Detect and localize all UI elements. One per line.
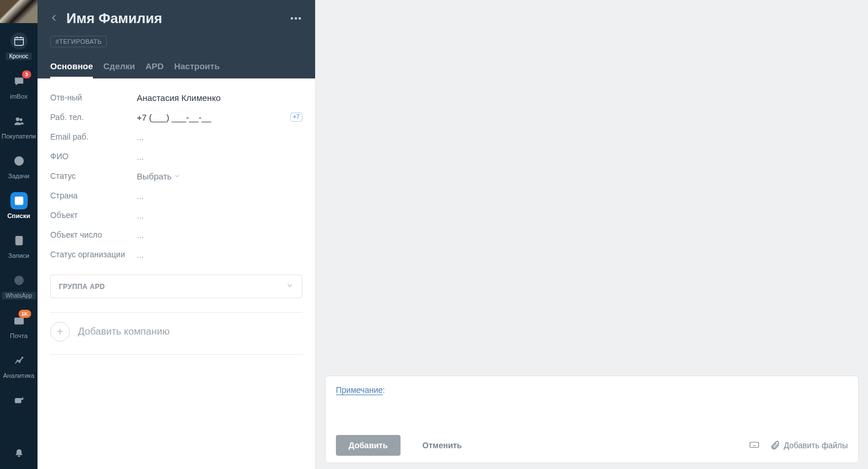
more-menu-button[interactable]: ••• bbox=[290, 14, 302, 23]
field-country: Страна ... bbox=[50, 186, 302, 205]
nav-imbox[interactable]: 3 imBox bbox=[0, 63, 38, 103]
field-value[interactable]: ... bbox=[137, 250, 302, 260]
nav-label: Кронос bbox=[6, 52, 32, 60]
svg-point-1 bbox=[16, 118, 19, 121]
nav-label: Аналитика bbox=[3, 372, 34, 379]
detail-header: Имя Фамилия ••• #ТЕГИРОВАТЬ Основное Сде… bbox=[38, 0, 315, 78]
field-label: Статус организации bbox=[50, 250, 137, 259]
nav-mail[interactable]: 1K Почта bbox=[0, 303, 38, 343]
field-fio: ФИО ... bbox=[50, 147, 302, 166]
nav-records[interactable]: Записи bbox=[0, 223, 38, 262]
check-icon bbox=[10, 152, 28, 170]
contact-title[interactable]: Имя Фамилия bbox=[66, 10, 282, 27]
note-footer: Добавить Отменить Добавить файлы bbox=[336, 435, 848, 456]
nav-kronos[interactable]: Кронос bbox=[0, 23, 38, 63]
retarget-icon bbox=[10, 392, 28, 409]
users-icon bbox=[10, 112, 28, 130]
field-value[interactable]: Анастасия Клименко bbox=[137, 93, 302, 103]
nav-label: imBox bbox=[10, 93, 28, 100]
main-area: Примечание: Добавить Отменить Добавить ф… bbox=[316, 0, 868, 469]
attach-label: Добавить файлы bbox=[784, 441, 848, 450]
nav-tasks[interactable]: Задачи bbox=[0, 143, 38, 183]
workspace-avatar[interactable] bbox=[0, 0, 38, 23]
field-label: Статус bbox=[50, 171, 137, 181]
field-org-status: Статус организации ... bbox=[50, 245, 302, 264]
nav-label: Задачи bbox=[8, 172, 29, 179]
paperclip-icon bbox=[770, 440, 780, 451]
keyboard-icon[interactable] bbox=[749, 440, 760, 452]
status-select[interactable]: Выбрать bbox=[137, 171, 181, 181]
nav-rail: Кронос 3 imBox Покупатели Задачи Списки … bbox=[0, 0, 38, 469]
field-value[interactable]: ... bbox=[137, 230, 302, 240]
field-label: Объект число bbox=[50, 230, 137, 239]
nav-label: Покупатели bbox=[2, 133, 36, 140]
field-label: Объект bbox=[50, 211, 137, 220]
group-label: ГРУППА APD bbox=[59, 283, 105, 291]
badge: 1K bbox=[18, 310, 31, 318]
svg-rect-11 bbox=[15, 399, 21, 403]
svg-point-9 bbox=[18, 361, 20, 363]
nav-whatsapp[interactable]: WhatsApp bbox=[0, 262, 38, 303]
add-tag-button[interactable]: #ТЕГИРОВАТЬ bbox=[50, 36, 107, 47]
note-textarea[interactable] bbox=[336, 395, 848, 435]
field-value[interactable]: ... bbox=[137, 211, 302, 220]
field-value[interactable]: ... bbox=[137, 152, 302, 162]
list-icon bbox=[10, 192, 28, 209]
tab-apd[interactable]: APD bbox=[145, 58, 164, 78]
whatsapp-icon bbox=[10, 272, 28, 289]
note-type-link[interactable]: Примечание bbox=[336, 385, 383, 395]
field-work-phone: Раб. тел. +7 (___) ___-__-__ +7 bbox=[50, 107, 302, 127]
svg-point-2 bbox=[20, 119, 22, 121]
svg-rect-0 bbox=[14, 37, 23, 45]
back-button[interactable] bbox=[50, 12, 58, 26]
svg-point-8 bbox=[17, 360, 18, 362]
add-company-button[interactable]: + Добавить компанию bbox=[50, 312, 302, 355]
tab-main[interactable]: Основное bbox=[50, 58, 93, 78]
group-apd-toggle[interactable]: ГРУППА APD bbox=[50, 275, 302, 298]
chevron-down-icon bbox=[286, 282, 294, 291]
bell-icon bbox=[10, 444, 28, 461]
nav-buyers[interactable]: Покупатели bbox=[0, 103, 38, 143]
tab-deals[interactable]: Сделки bbox=[103, 58, 135, 78]
nav-label: WhatsApp bbox=[2, 292, 35, 299]
field-label: Отв-ный bbox=[50, 93, 137, 102]
field-object-num: Объект число ... bbox=[50, 225, 302, 245]
calendar-icon bbox=[10, 32, 28, 50]
note-composer: Примечание: Добавить Отменить Добавить ф… bbox=[325, 376, 859, 463]
fields-list: Отв-ный Анастасия Клименко Раб. тел. +7 … bbox=[38, 78, 315, 269]
nav-analytics[interactable]: Аналитика bbox=[0, 343, 38, 382]
nav-label: Почта bbox=[10, 332, 28, 339]
nav-retarget[interactable] bbox=[0, 382, 38, 412]
nav-lists[interactable]: Списки bbox=[0, 183, 38, 223]
timeline-empty bbox=[325, 7, 859, 376]
add-company-label: Добавить компанию bbox=[78, 326, 170, 337]
phone-prefix-badge[interactable]: +7 bbox=[290, 112, 302, 122]
note-cancel-button[interactable]: Отменить bbox=[410, 435, 474, 456]
badge: 3 bbox=[22, 70, 31, 78]
nav-notifications[interactable] bbox=[0, 434, 38, 469]
field-status: Статус Выбрать bbox=[50, 166, 302, 186]
field-label: ФИО bbox=[50, 152, 137, 161]
note-type-label: Примечание: bbox=[336, 385, 848, 395]
mail-icon: 1K bbox=[10, 312, 28, 329]
field-label: Страна bbox=[50, 191, 137, 200]
analytics-icon bbox=[10, 352, 28, 369]
svg-rect-12 bbox=[750, 442, 758, 447]
field-value[interactable]: ... bbox=[137, 132, 302, 142]
phone-value[interactable]: +7 (___) ___-__-__ bbox=[137, 112, 211, 122]
field-object: Объект ... bbox=[50, 205, 302, 225]
field-value[interactable]: +7 (___) ___-__-__ +7 bbox=[137, 112, 302, 122]
field-value[interactable]: ... bbox=[137, 191, 302, 201]
note-add-button[interactable]: Добавить bbox=[336, 435, 401, 456]
field-label: Раб. тел. bbox=[50, 112, 137, 122]
attach-files-button[interactable]: Добавить файлы bbox=[770, 440, 848, 451]
svg-point-10 bbox=[21, 357, 23, 359]
nav-label: Записи bbox=[8, 252, 29, 259]
nav-label: Списки bbox=[8, 212, 31, 219]
detail-tabs: Основное Сделки APD Настроить bbox=[50, 58, 302, 78]
field-responsible: Отв-ный Анастасия Клименко bbox=[50, 88, 302, 107]
detail-pane: Имя Фамилия ••• #ТЕГИРОВАТЬ Основное Сде… bbox=[38, 0, 316, 469]
chevron-down-icon bbox=[174, 172, 181, 179]
field-value[interactable]: Выбрать bbox=[137, 171, 302, 181]
tab-settings[interactable]: Настроить bbox=[174, 58, 220, 78]
